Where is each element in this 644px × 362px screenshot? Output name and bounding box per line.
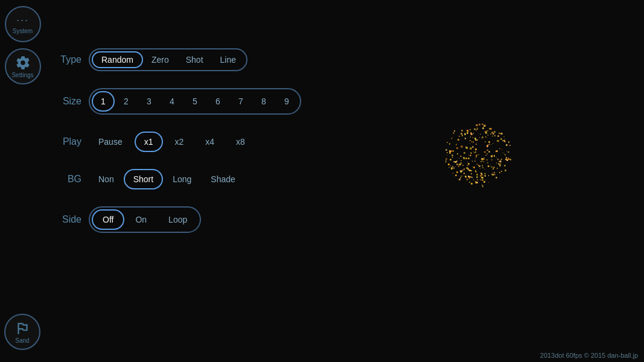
sand-particle <box>476 156 477 157</box>
sand-particle <box>456 147 458 149</box>
side-on-button[interactable]: On <box>124 209 158 230</box>
type-shot-button[interactable]: Shot <box>177 51 212 68</box>
size-row: Size 1 2 3 4 5 6 7 8 9 <box>48 88 350 115</box>
sand-particle <box>482 138 482 139</box>
size-2-button[interactable]: 2 <box>115 91 138 112</box>
play-x8-button[interactable]: x8 <box>226 132 255 152</box>
play-pause-button[interactable]: Pause <box>89 132 132 152</box>
sand-particle <box>470 143 470 144</box>
sand-particle <box>477 128 479 130</box>
settings-button[interactable]: Settings <box>5 48 41 84</box>
sand-particle <box>465 138 467 139</box>
bg-non-button[interactable]: Non <box>89 169 124 189</box>
size-5-button[interactable]: 5 <box>183 91 206 112</box>
size-6-button[interactable]: 6 <box>206 91 229 112</box>
sand-particle <box>490 133 491 135</box>
sand-particle <box>488 131 489 132</box>
size-4-button[interactable]: 4 <box>161 91 183 112</box>
sand-particle <box>487 162 488 164</box>
sand-particle <box>497 168 498 169</box>
sand-particle <box>477 139 478 141</box>
size-8-button[interactable]: 8 <box>252 91 275 112</box>
size-1-button[interactable]: 1 <box>92 91 115 112</box>
sand-particle <box>498 163 500 165</box>
bg-short-button[interactable]: Short <box>124 169 163 189</box>
sand-particle <box>491 155 493 157</box>
sand-particle <box>508 141 509 142</box>
sand-particle <box>471 170 472 171</box>
type-random-button[interactable]: Random <box>92 51 143 68</box>
type-line-button[interactable]: Line <box>212 51 244 68</box>
sand-particle <box>485 169 485 170</box>
sand-particle <box>460 177 461 178</box>
type-zero-button[interactable]: Zero <box>143 51 177 68</box>
system-button[interactable]: ··· System <box>5 6 41 42</box>
sand-particle <box>476 182 477 183</box>
sand-particle <box>461 160 461 160</box>
size-3-button[interactable]: 3 <box>138 91 161 112</box>
sand-particle <box>468 163 470 165</box>
sand-particle <box>482 124 483 125</box>
sand-particle <box>452 157 453 157</box>
sand-particle <box>453 150 454 151</box>
size-7-button[interactable]: 7 <box>229 91 252 112</box>
sand-particle <box>476 174 478 176</box>
sand-particle <box>471 141 472 142</box>
sand-particle <box>457 153 458 154</box>
sand-particle <box>480 168 480 169</box>
sand-particle <box>467 165 468 166</box>
side-loop-button[interactable]: Loop <box>158 209 198 230</box>
sand-particle <box>493 168 494 170</box>
bg-shade-button[interactable]: Shade <box>201 169 244 189</box>
sand-particle <box>492 136 493 136</box>
sand-particle <box>483 161 484 162</box>
sand-particle <box>486 153 488 154</box>
sand-particle <box>467 162 468 163</box>
sand-particle <box>470 136 471 138</box>
sand-particle <box>497 140 499 142</box>
size-9-button[interactable]: 9 <box>275 91 298 112</box>
sand-particle <box>445 158 447 160</box>
sand-particle <box>485 155 486 156</box>
sand-particle <box>474 160 476 162</box>
sand-particle <box>453 173 453 173</box>
sand-particle <box>493 133 494 135</box>
sand-particle <box>478 154 479 156</box>
sand-particle <box>469 182 470 183</box>
sand-particle <box>470 147 471 149</box>
sand-particle <box>447 142 448 143</box>
sand-particle <box>470 140 471 141</box>
sand-particle <box>494 155 495 156</box>
size-group: 1 2 3 4 5 6 7 8 9 <box>89 88 301 115</box>
sand-particle <box>470 152 472 154</box>
sand-particle <box>491 165 491 166</box>
sand-particle <box>499 172 500 173</box>
sand-particle <box>445 162 446 162</box>
sand-particle <box>467 130 468 132</box>
sand-particle <box>488 175 489 176</box>
play-x4-button[interactable]: x4 <box>196 132 224 152</box>
sand-particle <box>493 143 493 144</box>
side-off-button[interactable]: Off <box>92 209 124 230</box>
sand-particle <box>473 141 474 142</box>
bg-row: BG Non Short Long Shade <box>48 169 350 189</box>
sand-particle <box>480 134 480 135</box>
sand-particle <box>447 152 448 153</box>
sand-button[interactable]: Sand <box>4 314 40 350</box>
play-x2-button[interactable]: x2 <box>165 132 194 152</box>
sand-particle <box>464 168 465 170</box>
sand-particle <box>451 167 453 169</box>
sand-label: Sand <box>15 337 29 344</box>
play-x1-button[interactable]: x1 <box>135 132 163 152</box>
type-row: Type Random Zero Shot Line <box>48 48 350 71</box>
sand-particle <box>491 174 493 175</box>
bg-long-button[interactable]: Long <box>163 169 201 189</box>
sand-particle <box>450 165 451 166</box>
sand-particle <box>460 170 462 172</box>
controls-area: Type Random Zero Shot Line Size 1 2 3 4 … <box>48 48 350 250</box>
mountain-icon <box>14 320 30 336</box>
sand-particle <box>482 165 483 166</box>
sand-particle <box>477 179 478 180</box>
type-group: Random Zero Shot Line <box>89 48 247 71</box>
sand-particle <box>475 159 476 159</box>
